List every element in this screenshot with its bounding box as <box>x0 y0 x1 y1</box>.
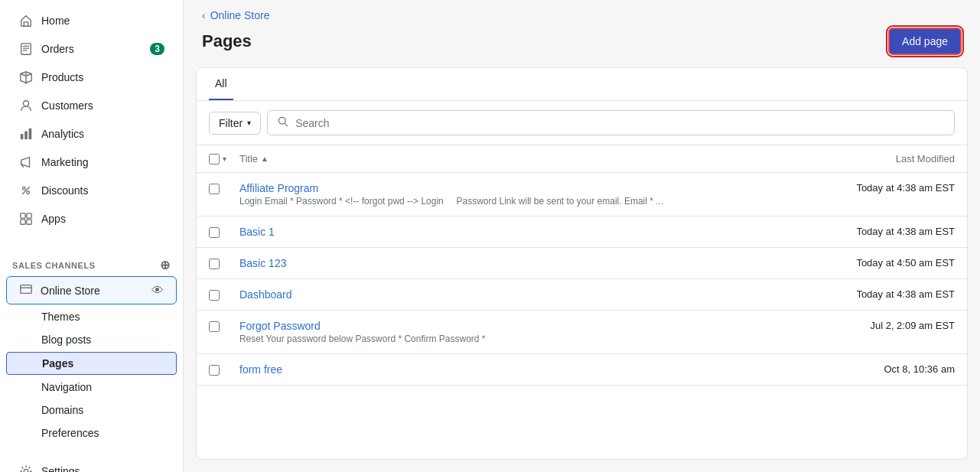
tabs-bar: All <box>197 68 967 101</box>
row-content-4: Forgot Password Reset Your password belo… <box>239 320 832 344</box>
sidebar-item-apps-label: Apps <box>41 213 66 225</box>
row-title-2[interactable]: Basic 123 <box>239 257 832 269</box>
row-modified-4: Jul 2, 2:09 am EST <box>832 320 955 331</box>
search-icon <box>277 116 289 130</box>
table-row: Forgot Password Reset Your password belo… <box>197 311 967 354</box>
row-title-4[interactable]: Forgot Password <box>239 320 832 332</box>
sort-chevron-icon: ▾ <box>223 155 226 163</box>
eye-icon[interactable]: 👁 <box>151 284 164 298</box>
main-content: ‹ Online Store Pages Add page All Filter… <box>184 0 980 472</box>
sidebar-item-analytics[interactable]: Analytics <box>6 120 177 148</box>
row-modified-2: Today at 4:50 am EST <box>832 257 955 269</box>
customers-icon <box>18 98 34 113</box>
sidebar-item-settings[interactable]: Settings <box>6 457 177 472</box>
marketing-icon <box>18 155 34 170</box>
svg-rect-0 <box>21 44 31 54</box>
apps-icon <box>18 211 34 226</box>
sidebar-item-marketing[interactable]: Marketing <box>6 148 177 176</box>
sidebar-subitem-themes[interactable]: Themes <box>6 306 177 327</box>
sidebar-item-products[interactable]: Products <box>6 63 177 91</box>
table-row: Affiliate Program Login Email * Password… <box>197 173 967 216</box>
col-check-header: ▾ <box>209 154 239 164</box>
row-check-1 <box>209 226 239 238</box>
row-checkbox-3[interactable] <box>209 290 220 301</box>
sidebar-item-home[interactable]: Home <box>6 7 177 34</box>
search-input[interactable] <box>295 117 945 129</box>
sidebar-subitem-domains[interactable]: Domains <box>6 399 177 421</box>
breadcrumb-link[interactable]: Online Store <box>210 9 270 21</box>
row-check-2 <box>209 257 239 269</box>
sidebar-item-marketing-label: Marketing <box>41 156 88 168</box>
svg-point-13 <box>279 117 286 124</box>
row-title-3[interactable]: Dashboard <box>239 288 832 301</box>
sidebar-item-apps[interactable]: Apps <box>6 205 177 233</box>
table-row: Dashboard Today at 4:38 am EST <box>197 279 967 311</box>
add-page-button[interactable]: Add page <box>888 28 962 55</box>
row-content-5: form free <box>239 363 832 376</box>
online-store-label: Online Store <box>41 285 100 297</box>
page-title: Pages <box>202 31 252 51</box>
sort-asc-icon: ▲ <box>261 155 269 163</box>
settings-icon <box>18 464 34 472</box>
sidebar-subitem-preferences[interactable]: Preferences <box>6 422 177 444</box>
row-subtitle-0: Login Email * Password * <!-- forgot pwd… <box>239 196 832 207</box>
filter-label: Filter <box>219 117 243 129</box>
row-title-5[interactable]: form free <box>239 363 832 376</box>
svg-rect-7 <box>21 213 25 218</box>
orders-badge: 3 <box>150 43 164 55</box>
row-check-4 <box>209 320 239 332</box>
row-content-1: Basic 1 <box>239 226 832 238</box>
svg-rect-9 <box>21 220 25 224</box>
orders-icon <box>18 41 34 57</box>
row-checkbox-0[interactable] <box>209 184 220 194</box>
sidebar-item-analytics-label: Analytics <box>41 128 84 140</box>
svg-rect-4 <box>29 129 32 139</box>
sidebar: Home Orders 3 Products Customers Analy <box>0 0 184 472</box>
sidebar-item-orders[interactable]: Orders 3 <box>6 35 177 63</box>
sidebar-subitem-blog-posts[interactable]: Blog posts <box>6 329 177 350</box>
col-modified-header: Last Modified <box>832 153 955 164</box>
table-row: Basic 1 Today at 4:38 am EST <box>197 216 967 248</box>
svg-point-6 <box>27 191 30 194</box>
sidebar-item-home-label: Home <box>41 15 70 27</box>
row-check-5 <box>209 363 239 376</box>
row-title-0[interactable]: Affiliate Program <box>239 182 832 194</box>
svg-point-1 <box>23 101 28 106</box>
row-subtitle-4: Reset Your password below Password * Con… <box>239 334 832 344</box>
filter-button[interactable]: Filter ▾ <box>209 112 261 135</box>
row-checkbox-1[interactable] <box>209 227 220 238</box>
sidebar-subitem-navigation[interactable]: Navigation <box>6 376 177 398</box>
breadcrumb: ‹ Online Store <box>184 0 980 21</box>
row-checkbox-2[interactable] <box>209 259 220 269</box>
filter-chevron-icon: ▾ <box>247 119 251 127</box>
table-row: form free Oct 8, 10:36 am <box>197 354 967 386</box>
sidebar-item-settings-label: Settings <box>41 465 80 472</box>
table-row: Basic 123 Today at 4:50 am EST <box>197 248 967 279</box>
row-modified-1: Today at 4:38 am EST <box>832 226 955 237</box>
svg-point-12 <box>24 469 28 472</box>
row-checkbox-5[interactable] <box>209 365 220 376</box>
row-checkbox-4[interactable] <box>209 321 220 332</box>
row-modified-0: Today at 4:38 am EST <box>832 182 955 194</box>
row-check-3 <box>209 288 239 301</box>
toolbar: Filter ▾ <box>197 101 967 145</box>
online-store-icon <box>19 282 33 298</box>
svg-rect-8 <box>27 213 31 218</box>
select-all-checkbox[interactable] <box>209 154 220 164</box>
tab-all[interactable]: All <box>209 68 233 100</box>
sidebar-item-products-label: Products <box>41 71 83 83</box>
table-header: ▾ Title ▲ Last Modified <box>197 145 967 173</box>
sidebar-subitem-pages[interactable]: Pages <box>6 352 177 375</box>
row-content-0: Affiliate Program Login Email * Password… <box>239 182 832 207</box>
table-body: Affiliate Program Login Email * Password… <box>197 173 967 459</box>
page-header: Pages Add page <box>184 21 980 67</box>
sidebar-item-online-store[interactable]: Online Store 👁 <box>6 276 177 304</box>
add-sales-channel-icon[interactable]: ⊕ <box>160 258 171 272</box>
analytics-icon <box>18 126 34 142</box>
col-title-header[interactable]: Title ▲ <box>239 153 832 164</box>
svg-rect-10 <box>27 220 31 224</box>
sidebar-item-customers[interactable]: Customers <box>6 92 177 119</box>
sidebar-item-discounts[interactable]: Discounts <box>6 177 177 204</box>
row-title-1[interactable]: Basic 1 <box>239 226 832 238</box>
row-content-2: Basic 123 <box>239 257 832 269</box>
